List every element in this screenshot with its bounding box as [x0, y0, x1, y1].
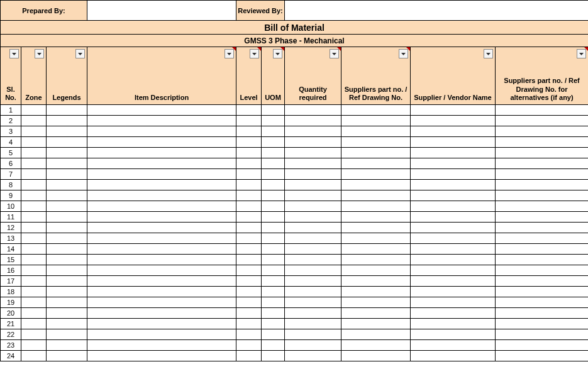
cell-uom[interactable]: [262, 351, 285, 361]
cell-level[interactable]: [236, 190, 262, 201]
cell-legends[interactable]: [47, 351, 87, 361]
cell-altpart[interactable]: [496, 212, 588, 223]
cell-altpart[interactable]: [496, 255, 588, 265]
cell-qty[interactable]: [285, 244, 341, 255]
cell-legends[interactable]: [47, 116, 87, 126]
cell-uom[interactable]: [262, 126, 285, 137]
filter-dropdown-icon[interactable]: [9, 49, 19, 58]
cell-altpart[interactable]: [496, 297, 588, 308]
cell-legends[interactable]: [47, 329, 87, 340]
cell-altpart[interactable]: [496, 148, 588, 158]
cell-zone[interactable]: [21, 233, 47, 244]
cell-level[interactable]: [236, 329, 262, 340]
cell-desc[interactable]: [87, 201, 236, 212]
cell-zone[interactable]: [21, 265, 47, 276]
cell-uom[interactable]: [262, 223, 285, 233]
cell-altpart[interactable]: [496, 265, 588, 276]
cell-partno[interactable]: [341, 265, 411, 276]
cell-uom[interactable]: [262, 201, 285, 212]
cell-uom[interactable]: [262, 244, 285, 255]
cell-desc[interactable]: [87, 233, 236, 244]
cell-altpart[interactable]: [496, 329, 588, 340]
cell-qty[interactable]: [285, 190, 341, 201]
cell-uom[interactable]: [262, 255, 285, 265]
cell-altpart[interactable]: [496, 116, 588, 126]
cell-qty[interactable]: [285, 201, 341, 212]
comment-indicator-icon[interactable]: [406, 47, 410, 51]
cell-altpart[interactable]: [496, 158, 588, 169]
cell-legends[interactable]: [47, 233, 87, 244]
cell-partno[interactable]: [341, 297, 411, 308]
cell-qty[interactable]: [285, 126, 341, 137]
cell-desc[interactable]: [87, 158, 236, 169]
filter-dropdown-icon[interactable]: [484, 49, 493, 58]
cell-uom[interactable]: [262, 340, 285, 351]
cell-altpart[interactable]: [496, 105, 588, 116]
cell-altpart[interactable]: [496, 276, 588, 287]
cell-uom[interactable]: [262, 116, 285, 126]
filter-dropdown-icon[interactable]: [35, 49, 44, 58]
cell-altpart[interactable]: [496, 287, 588, 297]
cell-desc[interactable]: [87, 105, 236, 116]
cell-altpart[interactable]: [496, 351, 588, 361]
cell-vendor[interactable]: [411, 158, 496, 169]
cell-qty[interactable]: [285, 351, 341, 361]
cell-vendor[interactable]: [411, 255, 496, 265]
cell-vendor[interactable]: [411, 308, 496, 319]
comment-indicator-icon[interactable]: [232, 47, 236, 51]
cell-qty[interactable]: [285, 223, 341, 233]
cell-legends[interactable]: [47, 276, 87, 287]
cell-zone[interactable]: [21, 180, 47, 190]
cell-qty[interactable]: [285, 137, 341, 148]
cell-legends[interactable]: [47, 287, 87, 297]
cell-altpart[interactable]: [496, 233, 588, 244]
cell-desc[interactable]: [87, 116, 236, 126]
cell-level[interactable]: [236, 265, 262, 276]
cell-partno[interactable]: [341, 201, 411, 212]
cell-legends[interactable]: [47, 212, 87, 223]
cell-qty[interactable]: [285, 212, 341, 223]
cell-level[interactable]: [236, 308, 262, 319]
cell-legends[interactable]: [47, 105, 87, 116]
cell-qty[interactable]: [285, 287, 341, 297]
cell-altpart[interactable]: [496, 319, 588, 329]
cell-zone[interactable]: [21, 116, 47, 126]
cell-altpart[interactable]: [496, 137, 588, 148]
cell-legends[interactable]: [47, 265, 87, 276]
cell-desc[interactable]: [87, 223, 236, 233]
cell-partno[interactable]: [341, 212, 411, 223]
cell-qty[interactable]: [285, 148, 341, 158]
cell-level[interactable]: [236, 276, 262, 287]
cell-partno[interactable]: [341, 351, 411, 361]
cell-partno[interactable]: [341, 116, 411, 126]
cell-qty[interactable]: [285, 169, 341, 180]
cell-zone[interactable]: [21, 148, 47, 158]
cell-zone[interactable]: [21, 255, 47, 265]
cell-qty[interactable]: [285, 340, 341, 351]
cell-desc[interactable]: [87, 340, 236, 351]
cell-vendor[interactable]: [411, 126, 496, 137]
cell-altpart[interactable]: [496, 190, 588, 201]
cell-desc[interactable]: [87, 190, 236, 201]
cell-level[interactable]: [236, 180, 262, 190]
cell-vendor[interactable]: [411, 148, 496, 158]
cell-vendor[interactable]: [411, 233, 496, 244]
cell-uom[interactable]: [262, 329, 285, 340]
cell-legends[interactable]: [47, 340, 87, 351]
cell-zone[interactable]: [21, 351, 47, 361]
cell-partno[interactable]: [341, 126, 411, 137]
cell-desc[interactable]: [87, 212, 236, 223]
cell-zone[interactable]: [21, 169, 47, 180]
cell-legends[interactable]: [47, 244, 87, 255]
comment-indicator-icon[interactable]: [337, 47, 341, 51]
cell-uom[interactable]: [262, 148, 285, 158]
cell-vendor[interactable]: [411, 297, 496, 308]
cell-partno[interactable]: [341, 319, 411, 329]
cell-legends[interactable]: [47, 126, 87, 137]
cell-legends[interactable]: [47, 308, 87, 319]
cell-altpart[interactable]: [496, 340, 588, 351]
cell-vendor[interactable]: [411, 212, 496, 223]
cell-qty[interactable]: [285, 255, 341, 265]
cell-desc[interactable]: [87, 137, 236, 148]
cell-partno[interactable]: [341, 233, 411, 244]
